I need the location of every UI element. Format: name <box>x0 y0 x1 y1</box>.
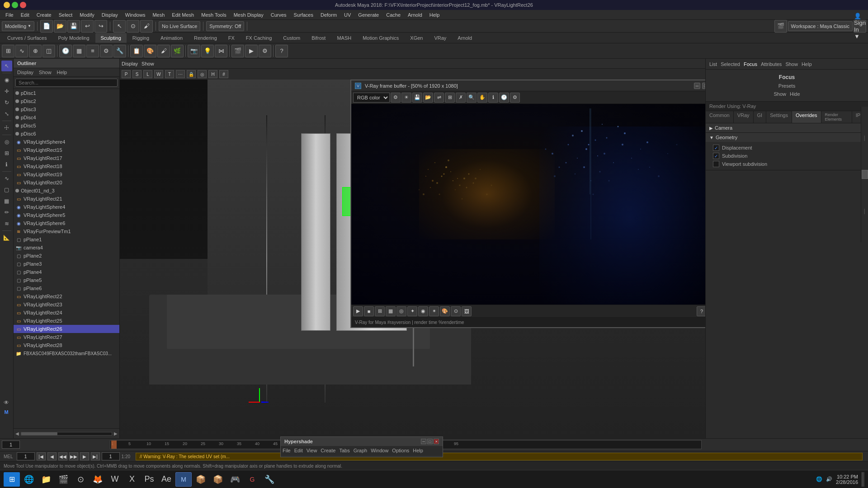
camera-section-header[interactable]: ▶ Camera <box>706 123 868 132</box>
sign-in-btn[interactable]: 👤 Sign In ▼ <box>854 20 866 33</box>
isolate-btn[interactable]: ◎ <box>198 70 207 78</box>
hs-close-btn[interactable]: ✕ <box>434 439 439 444</box>
list-item[interactable]: ▭VRayLightRect24 <box>14 309 119 317</box>
list-item[interactable]: ▢pPlane5 <box>14 276 119 284</box>
help-btn[interactable]: ? <box>275 45 288 57</box>
list-item[interactable]: pDisc4 <box>14 113 119 122</box>
vray-progressive-btn[interactable]: ◎ <box>396 306 406 316</box>
list-item[interactable]: ◉VRayLightSphere4 <box>14 203 119 211</box>
region-btn[interactable]: ⊞ <box>445 93 455 103</box>
outliner-menu-help[interactable]: Help <box>55 69 69 75</box>
deform-btn[interactable]: ⋈ <box>215 45 227 57</box>
end-frame-input[interactable] <box>102 452 120 460</box>
viewport-btn[interactable]: 👁 <box>1 397 12 408</box>
smooth-btn[interactable]: ⋯ <box>176 70 185 78</box>
lasso-tool-btn[interactable]: ⊙ <box>127 20 139 33</box>
right-tab-focus[interactable]: Focus <box>744 61 757 67</box>
snap-point-btn[interactable]: ⊕ <box>29 45 42 57</box>
current-frame-indicator[interactable] <box>111 441 117 449</box>
grid-btn[interactable]: # <box>219 70 228 78</box>
paint-select-btn[interactable]: ◉ <box>1 75 12 85</box>
symmetry-btn[interactable]: Symmetry: Off <box>206 21 244 31</box>
list-item[interactable]: ◉VRayLightSphere4 <box>14 138 119 146</box>
attr-editor-btn[interactable]: ⚙ <box>100 45 113 57</box>
vray-render-btn[interactable]: ▶ <box>353 306 363 316</box>
list-item[interactable]: ◉VRayLightSphere6 <box>14 219 119 227</box>
menu-edit-mesh[interactable]: Edit Mesh <box>168 11 198 19</box>
texture-btn[interactable]: T <box>165 70 174 78</box>
show-btn[interactable]: Show <box>774 91 786 97</box>
menu-help[interactable]: Help <box>426 11 443 19</box>
hs-menu-help[interactable]: Help <box>413 448 423 453</box>
tool-settings-btn[interactable]: 🔧 <box>113 45 126 57</box>
menu-mesh[interactable]: Mesh <box>149 11 168 19</box>
poly-tool-btn[interactable]: ▦ <box>1 196 12 206</box>
batch-render-btn[interactable]: ⚙ <box>259 45 271 57</box>
hide-btn[interactable]: Hide <box>790 91 800 97</box>
soft-select-btn[interactable]: ◎ <box>1 136 12 147</box>
geometry-section-header[interactable]: ▼ Geometry <box>706 133 868 142</box>
undo-btn[interactable]: ↩ <box>81 20 94 33</box>
photoshop-btn[interactable]: Ps <box>141 472 157 487</box>
search-input[interactable] <box>15 79 118 87</box>
tab-mash[interactable]: MASH <box>331 33 357 43</box>
slider-thumb[interactable] <box>862 170 868 179</box>
list-item-selected[interactable]: ▭VRayLightRect26 <box>14 325 119 333</box>
list-item[interactable]: pDisc2 <box>14 97 119 105</box>
sculpt-btn[interactable]: ✏ <box>1 207 12 218</box>
attr-tab-render-elements[interactable]: Render Elements <box>821 111 852 123</box>
scale-tool-btn[interactable]: ⤡ <box>1 108 12 119</box>
right-tab-selected[interactable]: Selected <box>721 61 740 67</box>
play-backward-btn[interactable]: ◀◀ <box>58 452 67 460</box>
pixel-info-btn[interactable]: ℹ <box>488 93 498 103</box>
nav-arrow-left[interactable]: ◀ <box>15 431 19 436</box>
tab-xgen[interactable]: XGen <box>405 33 428 43</box>
vray-color-btn[interactable]: 🎨 <box>440 306 450 316</box>
paint-tool-btn[interactable]: 🖌 <box>140 20 153 33</box>
input-btn[interactable]: ▦ <box>73 45 85 57</box>
list-item[interactable]: ▭VRayLightRect20 <box>14 178 119 187</box>
show-desktop-btn[interactable] <box>862 472 864 487</box>
vray-maximize-btn[interactable]: □ <box>702 83 705 89</box>
list-item[interactable]: 📁FBXASC049FBXASC032thamFBXASC03... <box>14 349 119 357</box>
network-icon[interactable]: 🌐 <box>816 476 822 482</box>
list-item[interactable]: ▭VRayLightRect18 <box>14 162 119 170</box>
select-tool-btn[interactable]: ↖ <box>113 20 126 33</box>
hypershade-btn[interactable]: 🎨 <box>144 45 156 57</box>
outliner-menu-show[interactable]: Show <box>37 69 53 75</box>
prev-frame-btn[interactable]: ◀ <box>47 452 57 460</box>
open-scene-btn[interactable]: 📂 <box>54 20 66 33</box>
list-item[interactable]: ▢pPlane6 <box>14 284 119 292</box>
measure-btn[interactable]: 📐 <box>1 232 12 243</box>
rotate-tool-btn[interactable]: ↻ <box>1 97 12 108</box>
shading-btn[interactable]: S <box>132 70 142 78</box>
clear-btn[interactable]: ✗ <box>456 93 466 103</box>
menu-mesh-display[interactable]: Mesh Display <box>230 11 267 19</box>
tab-arnold[interactable]: Arnold <box>452 33 477 43</box>
surface-tool-btn[interactable]: ▢ <box>1 184 12 195</box>
select-mode-btn[interactable]: ↖ <box>1 61 12 71</box>
list-item[interactable]: ▭VRayLightRect22 <box>14 292 119 300</box>
media-btn[interactable]: 🎬 <box>55 472 71 487</box>
viewport-menu-show[interactable]: Show <box>142 61 154 66</box>
vray-lens-btn[interactable]: ◉ <box>418 306 428 316</box>
ae-btn[interactable]: Ae <box>158 472 175 487</box>
outliner-menu-display[interactable]: Display <box>15 69 35 75</box>
current-frame-input[interactable] <box>2 441 20 449</box>
channel-selector[interactable]: RGB color <box>353 93 390 103</box>
hs-menu-options[interactable]: Options <box>392 448 409 453</box>
list-item[interactable]: pDisc6 <box>14 130 119 138</box>
curve-tool-btn[interactable]: ∿ <box>1 173 12 184</box>
tab-fx[interactable]: FX <box>223 33 240 43</box>
exposure-btn[interactable]: ☀ <box>401 93 411 103</box>
save-image-btn[interactable]: 💾 <box>412 93 422 103</box>
menu-cache[interactable]: Cache <box>382 11 404 19</box>
menu-edit[interactable]: Edit <box>17 11 33 19</box>
tab-rendering[interactable]: Rendering <box>189 33 222 43</box>
misc-btn-1[interactable]: 📦 <box>193 472 209 487</box>
ie-btn[interactable]: 🌐 <box>21 472 37 487</box>
menu-select[interactable]: Select <box>55 11 76 19</box>
menu-surfaces[interactable]: Surfaces <box>290 11 317 19</box>
mode-selector[interactable]: Modelling ▼ <box>2 21 34 31</box>
settings-btn[interactable]: ⚙ <box>510 93 520 103</box>
